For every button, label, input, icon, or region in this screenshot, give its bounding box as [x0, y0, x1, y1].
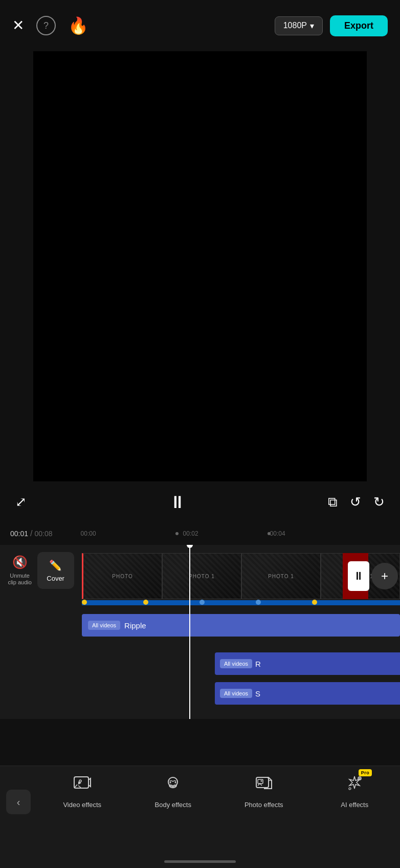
clip-dots-row	[82, 600, 400, 604]
unmute-label: Unmuteclip audio	[8, 573, 31, 586]
effect-name-2: R	[255, 660, 261, 668]
photo-effects-label: Photo effects	[245, 801, 283, 809]
svg-rect-0	[74, 777, 88, 788]
effect-name-ripple: Ripple	[124, 621, 146, 630]
timeline-area: 🔇 Unmuteclip audio ✏️ Cover PHOTO PHOTO …	[0, 545, 400, 719]
svg-point-11	[349, 788, 351, 790]
tab-body-effects[interactable]: Body effects	[147, 774, 198, 809]
caption-icon[interactable]: ⧉	[328, 494, 338, 510]
clip-segment-1[interactable]: PHOTO	[82, 553, 162, 599]
body-effects-icon	[164, 774, 182, 797]
effect-bar-2[interactable]: All videos R	[215, 652, 400, 675]
effect-bar-3[interactable]: All videos S	[215, 682, 400, 705]
fullscreen-icon[interactable]: ⤢	[15, 494, 27, 510]
undo-icon[interactable]: ↺	[350, 494, 361, 510]
cover-pencil-icon: ✏️	[49, 559, 62, 571]
dot-yellow-2	[143, 600, 148, 605]
bottom-nav: ‹ Video effects	[0, 766, 400, 868]
dot-yellow-1	[82, 600, 87, 605]
ai-effects-label: AI effects	[341, 801, 368, 809]
effect-bar-ripple[interactable]: All videos Ripple	[82, 614, 400, 637]
pause-button[interactable]: ⏸	[169, 492, 186, 512]
clip-segment-3[interactable]: PHOTO 1	[241, 553, 321, 599]
scrubber-line	[189, 545, 190, 719]
timeline-header: 00:01 / 00:08 00:00 00:02 00:04	[0, 522, 400, 545]
tab-video-effects[interactable]: Video effects	[57, 774, 108, 809]
cover-button[interactable]: ✏️ Cover	[37, 552, 74, 589]
marker-1: 00:02	[183, 530, 198, 537]
photo-effects-icon	[255, 774, 273, 797]
pro-badge: Pro	[359, 769, 372, 776]
clip-label-2: PHOTO 1	[189, 574, 215, 579]
clip-strip: PHOTO PHOTO 1 PHOTO 1 PHOTO 1 ⏸ +	[82, 553, 400, 599]
dot-blue-1	[199, 600, 205, 605]
controls-right: ⧉ ↺ ↻	[328, 494, 385, 510]
ai-effects-icon: Pro	[345, 774, 364, 797]
nav-tabs: Video effects Body effects	[37, 774, 400, 809]
clip-label-3: PHOTO 1	[268, 574, 294, 579]
home-indicator	[164, 860, 236, 863]
quality-label: 1080P	[283, 21, 307, 30]
quality-button[interactable]: 1080P ▾	[275, 16, 323, 35]
cover-label: Cover	[47, 575, 64, 582]
svg-point-9	[260, 780, 262, 782]
effect-name-3: S	[255, 689, 260, 698]
marker-2: 00:04	[270, 530, 285, 537]
quality-dropdown-arrow: ▾	[310, 21, 314, 31]
close-button[interactable]: ✕	[12, 18, 24, 33]
clip-add-button[interactable]: +	[371, 563, 398, 589]
effect-tag-3: All videos	[220, 689, 252, 698]
clip-label-1: PHOTO	[112, 574, 132, 579]
clip-pause-overlay: ⏸	[348, 561, 369, 591]
help-button[interactable]: ?	[36, 16, 56, 35]
marker-0: 00:00	[81, 530, 96, 537]
timeline-left-panel: 🔇 Unmuteclip audio ✏️ Cover	[0, 545, 82, 596]
tab-photo-effects[interactable]: Photo effects	[238, 774, 290, 809]
clip-segment-2[interactable]: PHOTO 1	[162, 553, 241, 599]
flame-icon: 🔥	[68, 16, 88, 35]
marker-dot-1	[175, 532, 179, 535]
redo-icon[interactable]: ↻	[373, 494, 385, 510]
clip-pause-icon: ⏸	[353, 569, 364, 583]
body-effects-label: Body effects	[155, 801, 191, 809]
time-current: 00:01	[10, 530, 28, 538]
nav-sidebar: ‹	[0, 774, 37, 814]
controls-bar: ⤢ ⏸ ⧉ ↺ ↻	[0, 481, 400, 522]
svg-point-6	[175, 782, 176, 784]
svg-point-5	[170, 782, 171, 784]
tab-ai-effects[interactable]: Pro AI effects	[329, 774, 380, 809]
header-right: 1080P ▾ Export	[275, 15, 388, 36]
export-button[interactable]: Export	[330, 15, 388, 36]
dot-blue-2	[256, 600, 261, 605]
video-effects-label: Video effects	[63, 801, 101, 809]
effect-tag-all-videos: All videos	[88, 621, 120, 630]
header-left: ✕ ? 🔥	[12, 16, 88, 35]
svg-rect-8	[258, 779, 263, 784]
unmute-button[interactable]: 🔇 Unmuteclip audio	[8, 555, 31, 586]
header: ✕ ? 🔥 1080P ▾ Export	[0, 0, 400, 51]
video-effects-icon	[73, 774, 92, 797]
svg-point-3	[79, 780, 81, 782]
unmute-icon: 🔇	[12, 555, 28, 569]
effect-tag-2: All videos	[220, 659, 252, 668]
nav-back-button[interactable]: ‹	[6, 790, 31, 814]
time-separator: /	[30, 529, 32, 538]
video-preview	[33, 51, 367, 481]
nav-back-icon: ‹	[17, 796, 20, 808]
dot-yellow-3	[312, 600, 317, 605]
time-total: 00:08	[35, 530, 53, 538]
